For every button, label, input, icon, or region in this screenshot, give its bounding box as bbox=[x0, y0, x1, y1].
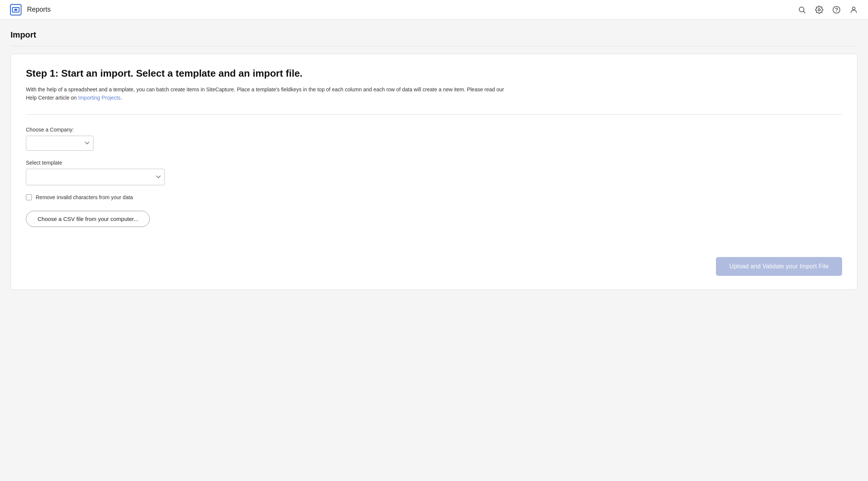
app-title: Reports bbox=[27, 6, 51, 14]
card-footer: Upload and Validate your Import File bbox=[26, 257, 842, 276]
page-wrapper: Import Step 1: Start an import. Select a… bbox=[0, 20, 868, 300]
svg-point-5 bbox=[818, 9, 820, 11]
remove-invalid-checkbox[interactable] bbox=[26, 194, 32, 200]
choose-file-button[interactable]: Choose a CSV file from your computer... bbox=[26, 211, 150, 227]
description-text-part2: . bbox=[121, 95, 122, 101]
template-form-group: Select template bbox=[26, 160, 842, 185]
step-title: Step 1: Start an import. Select a templa… bbox=[26, 68, 842, 79]
gear-icon[interactable] bbox=[814, 5, 824, 15]
app-logo bbox=[9, 3, 23, 17]
template-label: Select template bbox=[26, 160, 842, 166]
svg-line-4 bbox=[803, 11, 805, 13]
company-form-group: Choose a Company: bbox=[26, 127, 842, 151]
upload-validate-button[interactable]: Upload and Validate your Import File bbox=[716, 257, 842, 276]
svg-point-3 bbox=[799, 7, 804, 12]
help-icon[interactable] bbox=[831, 5, 842, 15]
header-right bbox=[797, 5, 859, 15]
user-icon[interactable] bbox=[848, 5, 859, 15]
svg-rect-2 bbox=[14, 9, 17, 11]
page-divider bbox=[11, 46, 857, 46]
svg-point-8 bbox=[852, 7, 855, 9]
importing-projects-link[interactable]: Importing Projects bbox=[78, 95, 121, 101]
app-header: Reports bbox=[0, 0, 868, 20]
checkbox-row: Remove invalid characters from your data bbox=[26, 194, 842, 200]
search-icon[interactable] bbox=[797, 5, 807, 15]
import-card: Step 1: Start an import. Select a templa… bbox=[11, 54, 857, 290]
company-select[interactable] bbox=[26, 136, 93, 151]
company-label: Choose a Company: bbox=[26, 127, 842, 133]
template-select[interactable] bbox=[26, 169, 165, 185]
checkbox-label: Remove invalid characters from your data bbox=[36, 194, 133, 200]
step-description: With the help of a spreadsheet and a tem… bbox=[26, 85, 514, 102]
page-title: Import bbox=[11, 30, 857, 40]
header-left: Reports bbox=[9, 3, 51, 17]
card-divider bbox=[26, 114, 842, 115]
